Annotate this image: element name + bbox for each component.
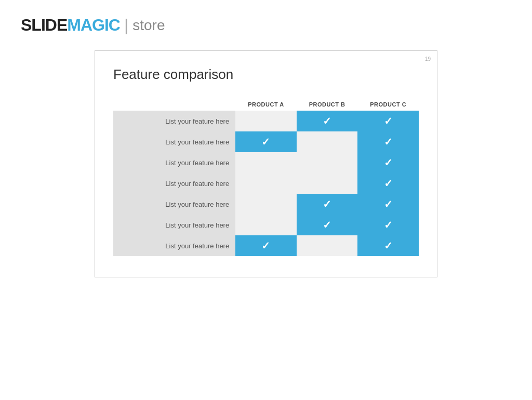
table-row: List your feature here✓✓ — [113, 194, 419, 215]
table-header-row: PRODUCT A PRODUCT B PRODUCT C — [113, 98, 419, 111]
table-row: List your feature here✓ — [113, 152, 419, 173]
product-b-cell: ✓ — [297, 215, 358, 235]
table-row: List your feature here✓✓ — [113, 215, 419, 235]
product-c-cell: ✓ — [357, 111, 419, 131]
product-b-cell — [297, 173, 358, 194]
check-icon: ✓ — [261, 136, 270, 148]
product-b-cell — [297, 235, 358, 256]
product-a-cell — [235, 111, 297, 131]
product-c-cell: ✓ — [357, 194, 419, 215]
feature-label: List your feature here — [113, 235, 235, 256]
product-a-cell: ✓ — [235, 235, 297, 256]
check-icon: ✓ — [323, 115, 331, 127]
product-a-cell — [235, 215, 297, 235]
product-c-cell: ✓ — [357, 152, 419, 173]
feature-col-header — [113, 98, 235, 111]
logo-slide: SLIDE — [21, 16, 67, 35]
table-row: List your feature here✓✓ — [113, 131, 419, 152]
slide-container: 19 Feature comparison PRODUCT A PRODUCT … — [95, 50, 437, 277]
product-c-cell: ✓ — [357, 215, 419, 235]
check-icon: ✓ — [323, 219, 331, 231]
product-b-cell: ✓ — [297, 194, 358, 215]
feature-label: List your feature here — [113, 173, 235, 194]
product-a-cell: ✓ — [235, 131, 297, 152]
table-row: List your feature here✓✓ — [113, 235, 419, 256]
comparison-table: PRODUCT A PRODUCT B PRODUCT C List your … — [113, 98, 419, 256]
logo: SLIDE MAGIC | store — [21, 16, 511, 35]
check-icon: ✓ — [384, 115, 393, 127]
header: SLIDE MAGIC | store — [0, 0, 532, 45]
table-row: List your feature here✓✓ — [113, 111, 419, 131]
product-c-cell: ✓ — [357, 235, 419, 256]
slide-title: Feature comparison — [113, 66, 419, 83]
check-icon: ✓ — [384, 219, 393, 231]
product-c-cell: ✓ — [357, 131, 419, 152]
product-b-cell — [297, 131, 358, 152]
check-icon: ✓ — [323, 198, 331, 210]
feature-label: List your feature here — [113, 215, 235, 235]
check-icon: ✓ — [384, 157, 393, 168]
product-c-header: PRODUCT C — [357, 98, 419, 111]
check-icon: ✓ — [384, 178, 393, 189]
product-a-cell — [235, 194, 297, 215]
logo-magic: MAGIC — [67, 16, 120, 35]
product-b-cell — [297, 152, 358, 173]
feature-label: List your feature here — [113, 131, 235, 152]
product-a-cell — [235, 152, 297, 173]
check-icon: ✓ — [261, 240, 270, 251]
check-icon: ✓ — [384, 240, 393, 251]
product-a-header: PRODUCT A — [235, 98, 297, 111]
logo-divider: | — [124, 16, 128, 35]
product-c-cell: ✓ — [357, 173, 419, 194]
product-b-cell: ✓ — [297, 111, 358, 131]
check-icon: ✓ — [384, 136, 393, 148]
product-a-cell — [235, 173, 297, 194]
logo-store: store — [132, 17, 165, 34]
table-row: List your feature here✓ — [113, 173, 419, 194]
feature-label: List your feature here — [113, 194, 235, 215]
feature-label: List your feature here — [113, 111, 235, 131]
feature-label: List your feature here — [113, 152, 235, 173]
slide-number: 19 — [425, 56, 431, 62]
product-b-header: PRODUCT B — [297, 98, 358, 111]
check-icon: ✓ — [384, 198, 393, 210]
